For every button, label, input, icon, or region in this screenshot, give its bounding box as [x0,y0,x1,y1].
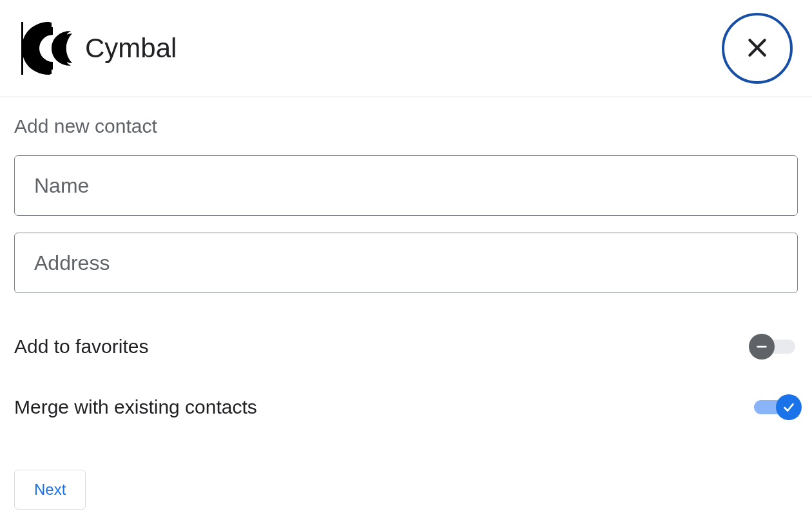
merge-row: Merge with existing contacts [14,396,798,418]
merge-toggle[interactable] [751,399,798,416]
close-button[interactable] [722,13,793,84]
minus-icon [749,334,775,360]
close-icon [744,35,770,62]
address-input[interactable] [14,233,798,293]
favorites-row: Add to favorites [14,336,798,358]
cymbal-logo-icon [19,22,75,75]
check-icon [776,394,802,420]
brand: Cymbal [19,22,177,75]
header: Cymbal [0,0,812,97]
next-button-label: Next [34,481,66,499]
section-title: Add new contact [14,115,798,137]
next-button[interactable]: Next [14,470,86,510]
merge-label: Merge with existing contacts [14,396,257,418]
favorites-label: Add to favorites [14,336,148,358]
favorites-toggle[interactable] [751,338,798,355]
name-input[interactable] [14,155,798,216]
form-content: Add new contact Add to favorites Merge w… [0,97,812,518]
app-title: Cymbal [85,33,177,64]
